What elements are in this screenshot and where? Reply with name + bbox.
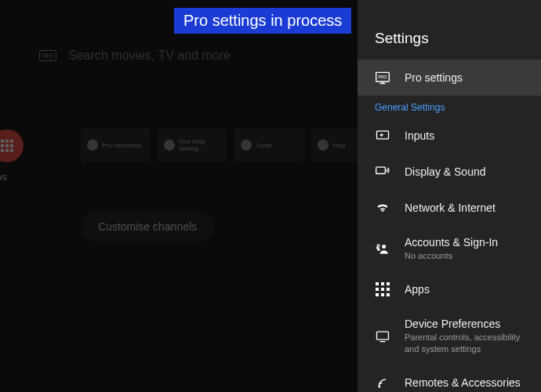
- pro-icon: PRO: [375, 70, 390, 85]
- settings-panel: Settings PRO Pro settings General Settin…: [358, 0, 541, 392]
- svg-point-4: [382, 245, 386, 249]
- settings-item-display[interactable]: Display & Sound: [358, 154, 541, 190]
- card-icon: [87, 140, 98, 151]
- item-label: Inputs: [405, 129, 434, 142]
- settings-item-accounts[interactable]: Accounts & Sign-In No accounts: [358, 226, 541, 271]
- settings-item-device[interactable]: Device Preferences Parental controls, ac…: [358, 307, 541, 365]
- item-sublabel: Parental controls, accessibility and sys…: [405, 332, 524, 354]
- card-icon: [318, 140, 329, 151]
- settings-title: Settings: [358, 30, 541, 60]
- display-sound-icon: [375, 164, 390, 180]
- item-label: Apps: [405, 283, 430, 296]
- item-label: Pro settings: [405, 71, 463, 84]
- item-label: Device Preferences: [405, 318, 524, 330]
- apps-launcher-icon[interactable]: [0, 129, 24, 162]
- item-label: Remotes & Accessories: [405, 376, 521, 389]
- accounts-icon: [375, 241, 390, 256]
- svg-rect-3: [376, 167, 386, 173]
- device-icon: [375, 328, 390, 344]
- card-icon: [164, 140, 175, 151]
- svg-rect-5: [377, 332, 389, 339]
- settings-item-remotes[interactable]: Remotes & Accessories: [358, 365, 541, 392]
- card-icon: [241, 140, 252, 151]
- home-card[interactable]: One Step Setting: [158, 128, 227, 162]
- item-label: Display & Sound: [405, 165, 486, 178]
- customise-channels-button[interactable]: Customise channels: [81, 212, 214, 241]
- card-label: Tuner: [256, 142, 272, 149]
- home-cards-row: Pro menu/test One Step Setting Tuner Hel…: [81, 128, 380, 162]
- apps-launcher-label: ps: [0, 171, 7, 183]
- home-card[interactable]: Tuner: [234, 128, 303, 162]
- card-label: One Step Setting: [179, 138, 220, 152]
- item-sublabel: No accounts: [405, 250, 498, 261]
- settings-item-pro[interactable]: PRO Pro settings: [358, 60, 541, 96]
- svg-text:PRO: PRO: [379, 74, 387, 79]
- remotes-icon: [375, 375, 390, 390]
- wifi-icon: [375, 200, 390, 216]
- search-placeholder: Search movies, TV and more: [68, 49, 231, 63]
- section-header-general: General Settings: [358, 96, 541, 118]
- card-label: Pro menu/test: [102, 142, 141, 149]
- apps-icon: [375, 281, 390, 297]
- inputs-icon: [375, 128, 390, 143]
- search-bar[interactable]: Search movies, TV and more: [39, 49, 231, 63]
- status-banner: Pro settings in process: [174, 8, 351, 34]
- settings-item-apps[interactable]: Apps: [358, 271, 541, 307]
- card-label: Help: [332, 142, 345, 149]
- item-label: Network & Internet: [405, 201, 496, 214]
- keyboard-icon: [39, 50, 56, 61]
- settings-item-inputs[interactable]: Inputs: [358, 118, 541, 154]
- item-label: Accounts & Sign-In: [405, 236, 498, 249]
- home-card[interactable]: Pro menu/test: [81, 128, 150, 162]
- settings-item-network[interactable]: Network & Internet: [358, 190, 541, 226]
